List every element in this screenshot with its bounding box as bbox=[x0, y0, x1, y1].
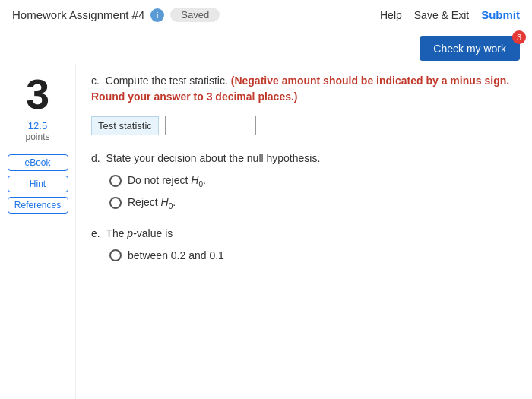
header-right: Help Save & Exit Submit bbox=[380, 8, 520, 21]
submit-button[interactable]: Submit bbox=[481, 8, 520, 21]
radio-between-02-01[interactable] bbox=[109, 249, 122, 261]
option-reject: Reject H0. bbox=[109, 196, 517, 211]
test-statistic-row: Test statistic bbox=[91, 116, 517, 135]
option-do-not-reject: Do not reject H0. bbox=[109, 174, 517, 188]
main-content: 3 12.5 points eBook Hint References c. C… bbox=[0, 64, 532, 399]
content-area: c. Compute the test statistic. (Negative… bbox=[76, 64, 532, 399]
test-statistic-input[interactable] bbox=[165, 116, 256, 135]
saved-badge: Saved bbox=[170, 8, 220, 22]
hint-button[interactable]: Hint bbox=[8, 176, 68, 192]
option-between-02-01: between 0.2 and 0.1 bbox=[109, 249, 517, 261]
info-icon[interactable]: i bbox=[150, 8, 164, 22]
check-work-button[interactable]: Check my work 3 bbox=[420, 36, 520, 61]
header: Homework Assignment #4 i Saved Help Save… bbox=[0, 0, 532, 30]
part-d-instruction: d. State your decision about the null hy… bbox=[91, 150, 517, 166]
part-c: c. Compute the test statistic. (Negative… bbox=[91, 73, 517, 135]
points-value: 12.5 bbox=[28, 120, 47, 131]
radio-do-not-reject[interactable] bbox=[109, 175, 122, 187]
save-exit-link[interactable]: Save & Exit bbox=[414, 9, 469, 21]
sidebar: 3 12.5 points eBook Hint References bbox=[0, 64, 76, 399]
part-d: d. State your decision about the null hy… bbox=[91, 150, 517, 211]
check-work-badge: 3 bbox=[512, 30, 526, 44]
ebook-button[interactable]: eBook bbox=[8, 154, 68, 171]
help-link[interactable]: Help bbox=[380, 9, 402, 21]
radio-reject[interactable] bbox=[109, 197, 122, 209]
sidebar-buttons: eBook Hint References bbox=[8, 154, 68, 214]
page-title: Homework Assignment #4 bbox=[12, 8, 144, 21]
check-work-area: Check my work 3 bbox=[0, 30, 532, 64]
test-statistic-label: Test statistic bbox=[91, 116, 159, 135]
points-label: points bbox=[25, 131, 49, 142]
header-left: Homework Assignment #4 i Saved bbox=[12, 8, 220, 22]
part-e-instruction: e. The p-value is bbox=[91, 226, 517, 242]
question-number: 3 bbox=[26, 73, 49, 116]
references-button[interactable]: References bbox=[8, 197, 68, 214]
part-c-instruction: c. Compute the test statistic. (Negative… bbox=[91, 73, 517, 105]
part-e: e. The p-value is between 0.2 and 0.1 bbox=[91, 226, 517, 261]
